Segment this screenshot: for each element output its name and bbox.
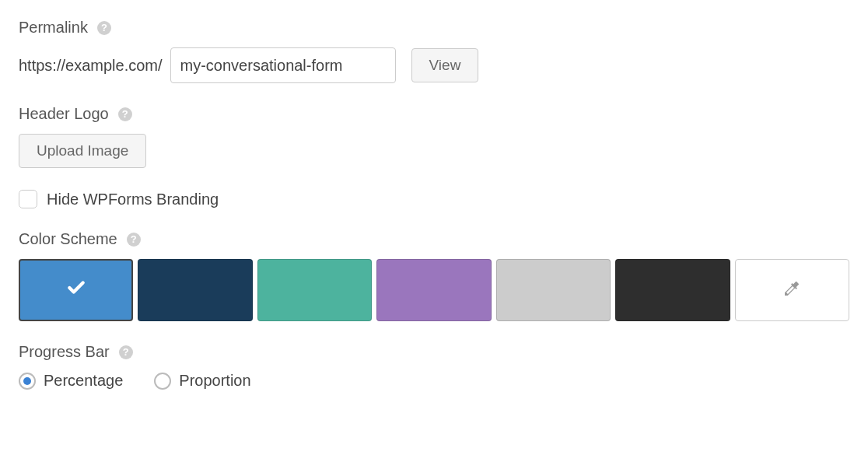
branding-label: Hide WPForms Branding [47,191,219,208]
help-icon[interactable]: ? [118,107,132,121]
color-swatch[interactable] [138,259,252,321]
check-icon [66,278,86,303]
header-logo-label-row: Header Logo ? [19,105,849,123]
radio-label: Proportion [179,372,250,390]
color-swatch[interactable] [19,259,133,321]
help-icon[interactable]: ? [127,233,141,247]
color-scheme-label: Color Scheme [19,230,117,248]
radio-button[interactable] [154,373,171,390]
header-logo-label: Header Logo [19,105,109,123]
color-scheme-label-row: Color Scheme ? [19,230,849,248]
header-logo-section: Header Logo ? Upload Image [19,105,849,168]
radio-label: Percentage [44,372,123,390]
branding-checkbox[interactable] [19,190,37,208]
progress-bar-label-row: Progress Bar ? [19,343,849,361]
radio-button[interactable] [19,373,36,390]
color-scheme-section: Color Scheme ? [19,230,849,321]
permalink-input[interactable] [170,47,396,83]
color-swatch[interactable] [257,259,372,321]
color-swatch[interactable] [376,259,491,321]
color-picker-swatch[interactable] [735,259,849,321]
permalink-label: Permalink [19,19,88,37]
progress-bar-section: Progress Bar ? PercentageProportion [19,343,849,390]
color-swatches [19,259,849,321]
upload-image-button[interactable]: Upload Image [19,134,146,168]
permalink-label-row: Permalink ? [19,19,849,37]
color-swatch[interactable] [615,259,730,321]
radio-item: Proportion [154,372,250,390]
color-swatch[interactable] [496,259,611,321]
permalink-prefix: https://example.com/ [19,57,163,75]
help-icon[interactable]: ? [119,345,133,359]
eyedropper-icon [782,279,801,302]
help-icon[interactable]: ? [97,21,111,35]
branding-section: Hide WPForms Branding [19,190,849,208]
permalink-section: Permalink ? https://example.com/ View [19,19,849,83]
permalink-row: https://example.com/ View [19,47,849,83]
view-button[interactable]: View [411,48,479,82]
progress-bar-options: PercentageProportion [19,372,849,390]
progress-bar-label: Progress Bar [19,343,110,361]
radio-item: Percentage [19,372,123,390]
branding-checkbox-row: Hide WPForms Branding [19,190,849,208]
